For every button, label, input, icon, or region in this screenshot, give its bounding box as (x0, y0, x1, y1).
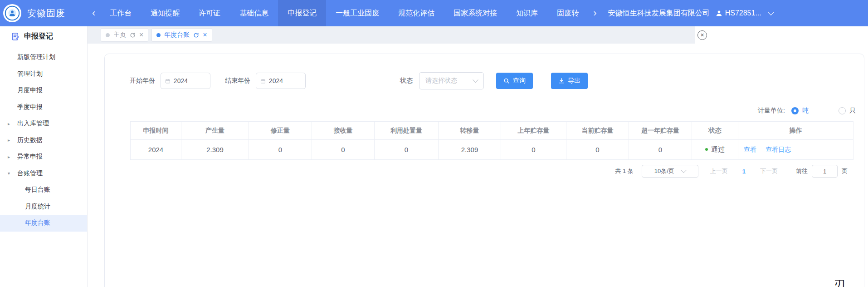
chevron-down-icon (681, 167, 687, 173)
tab-status-dot (156, 33, 161, 37)
nav-item-national-system[interactable]: 国家系统对接 (444, 0, 507, 26)
sidebar-item-abnormal-declaration[interactable]: ▸异常申报 (0, 148, 87, 165)
tab-label: 主页 (113, 31, 126, 39)
cell-over-one-year-storage: 0 (629, 140, 692, 160)
tab-annual-ledger[interactable]: 年度台账 × (151, 28, 212, 42)
sidebar-item-monthly-declaration[interactable]: 月度申报 (0, 82, 87, 99)
status-select-placeholder: 请选择状态 (425, 77, 457, 85)
sidebar-item-label: 月度申报 (17, 86, 43, 94)
unit-selector-row: 计量单位: 吨 只 (105, 107, 864, 115)
next-page-button[interactable]: 下一页 (760, 167, 778, 175)
sidebar: 申报登记 新版管理计划 管理计划 月度申报 季度申报 ▸出入库管理 ▸历史数据 … (0, 26, 88, 287)
sidebar-item-quarterly-declaration[interactable]: 季度申报 (0, 99, 87, 116)
collapse-arrow-icon[interactable]: ▾ (8, 171, 10, 176)
expand-arrow-icon[interactable]: ▸ (8, 121, 10, 126)
refresh-icon[interactable] (193, 32, 199, 38)
search-button-label: 查询 (513, 77, 526, 85)
search-button[interactable]: 查询 (496, 73, 533, 89)
current-page-button[interactable]: 1 (742, 168, 746, 175)
col-utilized-disposed: 利用处置量 (375, 122, 439, 140)
cell-status: 通过 (692, 140, 738, 160)
unit-radio-ton[interactable]: 吨 (791, 107, 809, 115)
nav-item-standardization-assessment[interactable]: 规范化评估 (389, 0, 444, 26)
unit-label: 计量单位: (758, 107, 785, 115)
nav-item-basic-info[interactable]: 基础信息 (230, 0, 278, 26)
sidebar-item-inout-warehouse[interactable]: ▸出入库管理 (0, 115, 87, 132)
tab-home[interactable]: 主页 × (101, 28, 148, 42)
end-year-input[interactable] (269, 77, 301, 84)
cell-transferred: 2.309 (439, 140, 501, 160)
cell-utilized-disposed: 0 (375, 140, 439, 160)
sidebar-item-label: 异常申报 (17, 153, 43, 161)
sidebar-item-annual-ledger[interactable]: 年度台账 (0, 215, 87, 232)
col-operations: 操作 (738, 122, 853, 140)
start-year-label: 开始年份 (130, 77, 155, 85)
nav-item-notifications[interactable]: 通知提醒 (141, 0, 189, 26)
sidebar-item-label: 月度统计 (25, 203, 50, 211)
sidebar-item-new-management-plan[interactable]: 新版管理计划 (0, 49, 87, 66)
sidebar-item-ledger-management[interactable]: ▾台账管理 (0, 165, 87, 182)
close-circle-icon[interactable]: × (697, 30, 707, 40)
sidebar-title-label: 申报登记 (24, 32, 53, 41)
col-corrected: 修正量 (249, 122, 312, 140)
unit-piece-label: 只 (849, 107, 856, 115)
goto-page-input[interactable] (812, 165, 838, 178)
page-size-select[interactable]: 10条/页 (642, 165, 698, 178)
sidebar-item-label: 年度台账 (25, 219, 50, 227)
chevron-down-icon (473, 77, 478, 83)
sidebar-item-daily-ledger[interactable]: 每日台账 (0, 182, 87, 198)
filter-form: 开始年份 结束年份 状态 请选择状态 查询 导出 (130, 72, 864, 89)
sidebar-item-monthly-statistics[interactable]: 月度统计 (0, 198, 87, 215)
export-button[interactable]: 导出 (551, 73, 588, 89)
sidebar-item-label: 台账管理 (17, 169, 43, 178)
tab-status-dot (106, 33, 110, 37)
pagination: 共 1 条 10条/页 上一页 1 下一页 前往 页 (105, 165, 864, 178)
nav-item-general-industrial-waste[interactable]: 一般工业固废 (326, 0, 389, 26)
prev-page-button[interactable]: 上一页 (710, 167, 728, 175)
user-menu-chevron-down-icon[interactable] (768, 9, 774, 15)
close-tab-icon[interactable]: × (139, 31, 143, 39)
nav-item-license[interactable]: 许可证 (189, 0, 230, 26)
nav-item-waste-transfer[interactable]: 固废转 (547, 0, 588, 26)
radio-selected-icon[interactable] (791, 107, 799, 114)
sidebar-item-label: 管理计划 (17, 70, 43, 78)
refresh-icon[interactable] (130, 32, 136, 38)
col-status: 状态 (692, 122, 738, 140)
sidebar-item-history-data[interactable]: ▸历史数据 (0, 132, 87, 149)
nav-scroll-left-icon[interactable]: ‹ (87, 0, 100, 26)
col-last-year-storage: 上年贮存量 (501, 122, 566, 140)
status-select[interactable]: 请选择状态 (419, 72, 484, 89)
goto-label: 前往 (796, 167, 808, 175)
close-tab-icon[interactable]: × (203, 31, 207, 39)
table-header-row: 申报时间 产生量 修正量 接收量 利用处置量 转移量 上年贮存量 当前贮存量 超… (131, 122, 853, 140)
download-icon (558, 78, 565, 84)
tab-bar: 主页 × 年度台账 × × (87, 26, 868, 44)
cell-declare-time: 2024 (131, 140, 181, 160)
unit-radio-piece[interactable]: 只 (839, 107, 856, 115)
status-text: 通过 (711, 145, 725, 153)
search-icon (503, 78, 510, 84)
calendar-icon (260, 78, 266, 84)
expand-arrow-icon[interactable]: ▸ (8, 138, 10, 143)
brand-zone: 安徽固废 (0, 4, 87, 22)
sidebar-item-management-plan[interactable]: 管理计划 (0, 66, 87, 83)
nav-item-knowledge-base[interactable]: 知识库 (507, 0, 547, 26)
start-year-input[interactable] (174, 77, 206, 84)
username[interactable]: HS72851... (725, 9, 761, 17)
expand-arrow-icon[interactable]: ▸ (8, 154, 10, 159)
col-current-storage: 当前贮存量 (566, 122, 629, 140)
nav-item-declaration[interactable]: 申报登记 (278, 0, 326, 26)
tab-label: 年度台账 (164, 31, 190, 39)
start-year-field[interactable] (161, 73, 210, 89)
view-link[interactable]: 查看 (744, 146, 756, 153)
radio-unselected-icon[interactable] (839, 107, 846, 114)
top-menu: 工作台 通知提醒 许可证 基础信息 申报登记 一般工业固废 规范化评估 国家系统… (100, 0, 588, 26)
end-year-field[interactable] (256, 73, 306, 89)
cell-received: 0 (312, 140, 375, 160)
nav-scroll-right-icon[interactable]: › (588, 0, 601, 26)
col-received: 接收量 (312, 122, 375, 140)
nav-item-workbench[interactable]: 工作台 (100, 0, 141, 26)
total-count: 共 1 条 (615, 167, 633, 175)
view-log-link[interactable]: 查看日志 (766, 146, 791, 153)
cutoff-floating-glyph: 刃 (834, 277, 845, 287)
